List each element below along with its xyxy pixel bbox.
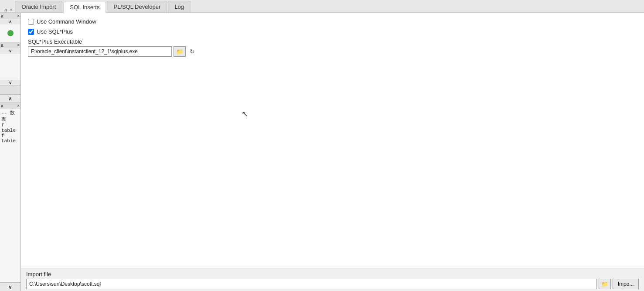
left-panel-1: a × ∧ [0,13,20,42]
panel1-pin[interactable]: a [1,14,3,18]
left-panel-3: a × -- 数表 f table f table [0,103,20,283]
panel1-scroll-up[interactable]: ∧ [0,19,20,24]
left-panel-3-header: a × [0,103,20,109]
panel1-body [0,24,20,42]
folder-icon: 📁 [176,48,183,55]
panel2-pin[interactable]: a [1,43,3,48]
use-sqlplus-row: Use SQL*Plus [28,28,637,35]
panel3-close[interactable]: × [17,103,20,108]
tab-bar: a × Oracle Import SQL Inserts PL/SQL Dev… [0,0,644,13]
panel2-close[interactable]: × [17,43,20,48]
use-sqlplus-checkbox[interactable] [28,29,34,35]
tab-plsql-developer[interactable]: PL/SQL Developer [107,1,167,12]
import-file-row: 📁 Impo... [26,279,639,289]
use-command-window-checkbox[interactable] [28,19,34,25]
panel3-code: -- 数表 f table f table [0,109,20,282]
refresh-icon: ↻ [190,48,195,55]
import-button-label: Impo... [618,281,634,287]
import-file-browse-button[interactable]: 📁 [599,279,611,289]
panel2-body [0,54,20,80]
code-line-3: f table [1,133,19,144]
sql-inserts-panel: Use Command Window Use SQL*Plus SQL*Plus… [21,13,644,268]
sqlplus-executable-row: 📁 ↻ [28,46,637,57]
left-scroll-down[interactable]: ∨ [0,283,20,291]
panel1-close[interactable]: × [17,14,20,18]
sqlplus-executable-group: SQL*Plus Executable 📁 ↻ [28,38,637,57]
panel3-pin[interactable]: a [1,103,3,108]
left-scroll-up[interactable]: ∧ [0,95,20,103]
left-panel-2-header: a × [0,42,20,48]
import-folder-icon: 📁 [601,281,608,288]
panel-controls: a × [2,7,15,12]
left-sidebar: a × ∧ a × [0,13,21,291]
code-line-2: f table [1,123,19,133]
import-file-input[interactable] [26,279,597,289]
cursor-icon: ↖ [242,109,248,119]
import-file-label: Import file [26,271,639,277]
left-panel-2: a × ∨ ∨ [0,42,20,86]
pin-icon[interactable]: a [4,7,7,12]
sqlplus-refresh-button[interactable]: ↻ [187,47,197,56]
use-sqlplus-label: Use SQL*Plus [37,28,73,35]
code-line-1: -- 数表 [1,110,19,123]
tab-oracle-import[interactable]: Oracle Import [15,1,63,12]
panel2-scroll-down1[interactable]: ∨ [0,48,20,54]
tab-sql-inserts[interactable]: SQL Inserts [63,2,106,13]
use-command-window-row: Use Command Window [28,18,637,25]
panel2-divider [0,86,20,95]
panel2-scroll-down2[interactable]: ∨ [0,80,20,86]
sqlplus-executable-input[interactable] [28,46,172,57]
green-indicator [7,30,14,36]
panel1-icons: × [17,14,20,18]
sqlplus-executable-label: SQL*Plus Executable [28,38,637,45]
bottom-bar: Import file 📁 Impo... [21,268,644,291]
tab-log[interactable]: Log [168,1,191,12]
use-command-window-label: Use Command Window [37,18,96,25]
left-panel-1-header: a × [0,13,20,19]
close-tab-icon[interactable]: × [10,7,12,12]
sqlplus-browse-button[interactable]: 📁 [174,46,186,57]
main-content: Use Command Window Use SQL*Plus SQL*Plus… [21,13,644,291]
import-button[interactable]: Impo... [613,279,639,289]
